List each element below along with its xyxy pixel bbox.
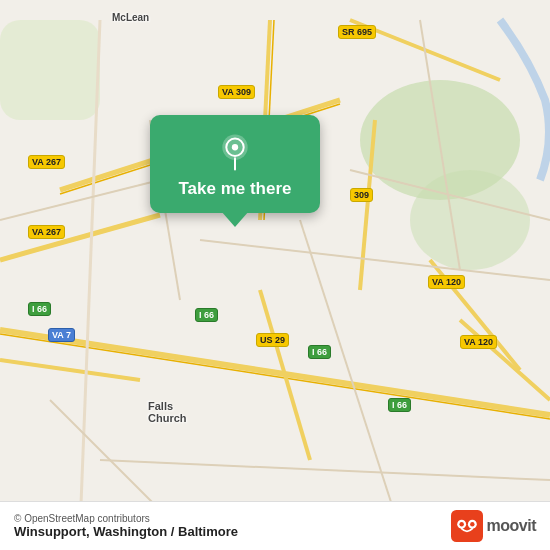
location-label: Winsupport, Washington / Baltimore (14, 524, 238, 539)
svg-line-14 (0, 360, 140, 380)
road-badge-i66-3: I 66 (308, 345, 331, 359)
svg-line-20 (100, 460, 550, 480)
map-label-falls: FallsChurch (148, 400, 187, 424)
road-badge-309: 309 (350, 188, 373, 202)
road-badge-va120-2: VA 120 (460, 335, 497, 349)
osm-attribution: © OpenStreetMap contributors (14, 513, 238, 524)
map-label-mclean: McLean (112, 12, 149, 23)
svg-point-27 (232, 144, 238, 150)
svg-rect-2 (0, 20, 100, 120)
map-container: VA 267 VA 267 VA 309 309 SR 695 VA 120 V… (0, 0, 550, 550)
svg-point-31 (459, 522, 463, 526)
svg-line-5 (0, 215, 160, 260)
road-badge-va267-2: VA 267 (28, 225, 65, 239)
svg-line-22 (300, 220, 400, 530)
road-badge-va7: VA 7 (48, 328, 75, 342)
road-badge-sr695: SR 695 (338, 25, 376, 39)
road-badge-va309: VA 309 (218, 85, 255, 99)
svg-rect-28 (451, 510, 483, 542)
svg-line-13 (460, 320, 550, 400)
svg-point-1 (410, 170, 530, 270)
location-pin-icon (216, 133, 254, 171)
svg-point-32 (470, 522, 474, 526)
map-roads-svg (0, 0, 550, 550)
popup-take-me-there-label[interactable]: Take me there (178, 179, 291, 199)
moovit-logo: moovit (451, 510, 536, 542)
road-badge-i66-1: I 66 (28, 302, 51, 316)
moovit-wordmark: moovit (487, 517, 536, 535)
road-badge-va267-1: VA 267 (28, 155, 65, 169)
bottom-bar: © OpenStreetMap contributors Winsupport,… (0, 501, 550, 550)
moovit-icon (451, 510, 483, 542)
map-popup[interactable]: Take me there (150, 115, 320, 213)
road-badge-va120-1: VA 120 (428, 275, 465, 289)
road-badge-i66-2: I 66 (195, 308, 218, 322)
bottom-bar-info: © OpenStreetMap contributors Winsupport,… (14, 513, 238, 539)
road-badge-us29: US 29 (256, 333, 289, 347)
road-badge-i66-4: I 66 (388, 398, 411, 412)
